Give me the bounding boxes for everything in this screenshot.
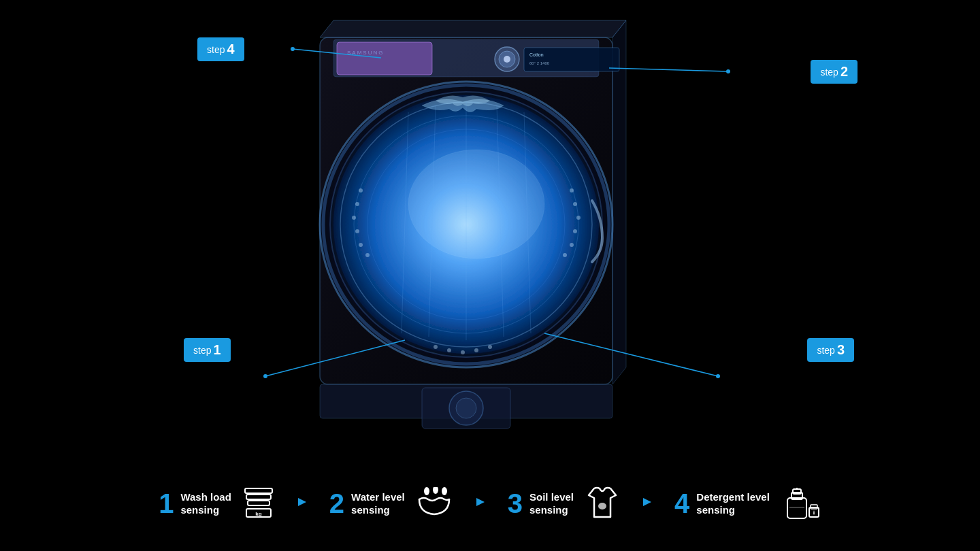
step-1-label: step 1 [184,338,231,362]
machine-area: step 4 step 2 step 1 step 3 [0,0,980,456]
svg-line-47 [609,68,728,71]
arrow-1 [289,495,316,512]
svg-rect-37 [422,388,510,429]
water-level-icon [416,487,453,520]
step-4-label: step 4 [197,37,244,61]
svg-point-50 [263,374,267,378]
svg-rect-66 [787,498,806,518]
weight-icon: kg [242,486,275,521]
svg-point-12 [320,82,612,367]
svg-point-17 [354,116,578,333]
svg-rect-5 [337,42,432,75]
svg-point-29 [570,243,574,247]
shirt-icon [585,486,620,521]
arrow-3 [634,495,661,512]
step-3-label: step 3 [807,338,854,362]
step-3-text: Soil level sensing [529,490,574,517]
svg-rect-4 [333,39,599,77]
svg-point-25 [570,188,574,193]
svg-point-36 [408,150,544,258]
step-1-info: 1 Wash load sensing kg [145,486,289,521]
svg-line-40 [402,112,408,333]
svg-text:Cotton: Cotton [529,52,544,57]
step-2-label: step 2 [811,60,858,84]
svg-point-27 [576,216,581,220]
svg-point-22 [355,229,359,233]
svg-rect-56 [248,501,270,505]
step-1-number: 1 [159,490,174,517]
svg-rect-9 [524,48,619,71]
svg-point-23 [359,243,363,247]
detergent-icon [781,486,821,521]
svg-point-8 [504,56,510,63]
svg-line-51 [544,333,718,376]
svg-point-26 [573,202,577,206]
svg-text:60° 2 1400: 60° 2 1400 [529,61,550,65]
svg-rect-55 [246,495,271,499]
svg-point-52 [716,374,720,378]
svg-line-45 [293,49,381,58]
svg-text:kg: kg [255,511,261,517]
svg-rect-0 [320,37,612,384]
svg-line-49 [265,340,405,376]
svg-text:SAMSUNG: SAMSUNG [347,50,384,56]
svg-line-43 [497,105,504,337]
svg-point-48 [726,69,730,73]
svg-rect-3 [320,384,612,418]
svg-point-24 [365,253,370,257]
svg-point-13 [323,85,609,364]
svg-point-31 [434,345,438,349]
svg-point-38 [449,391,483,425]
svg-point-15 [333,95,599,354]
step-4-text: Detergent level sensing [696,490,770,517]
svg-point-61 [433,487,438,494]
arrow-2 [467,495,494,512]
svg-marker-65 [643,498,651,506]
step-4-number: 4 [674,490,689,517]
svg-point-32 [447,348,451,352]
svg-point-39 [456,398,476,418]
svg-point-6 [495,47,519,71]
step-3-info: 3 Soil level sensing [494,486,634,521]
step-2-text: Water level sensing [351,490,405,517]
svg-point-62 [442,487,447,495]
svg-point-46 [291,47,295,51]
svg-marker-63 [476,498,485,506]
svg-point-35 [488,345,492,349]
svg-line-41 [429,105,436,337]
step-1-text: Wash load sensing [180,490,231,517]
svg-point-18 [368,129,565,320]
step-2-info: 2 Water level sensing [316,487,467,520]
svg-marker-2 [612,20,626,384]
svg-point-21 [352,216,356,220]
svg-point-20 [355,202,359,206]
step-4-info: 4 Detergent level sensing [661,486,835,521]
svg-point-16 [340,102,592,347]
step-2-number: 2 [329,490,344,517]
svg-rect-54 [245,488,272,493]
svg-point-28 [573,229,577,233]
svg-point-33 [461,350,465,354]
svg-point-34 [474,348,478,352]
svg-marker-59 [298,498,306,506]
bottom-info-bar: 1 Wash load sensing kg 2 [0,456,980,551]
svg-point-14 [330,92,602,357]
svg-point-19 [359,188,363,193]
step-3-number: 3 [508,490,523,517]
svg-point-7 [499,51,515,67]
svg-marker-1 [320,20,626,37]
svg-point-60 [424,487,429,495]
main-container: step 4 step 2 step 1 step 3 [0,0,980,551]
svg-point-64 [598,503,606,510]
svg-line-44 [524,112,531,333]
svg-point-30 [563,253,567,257]
